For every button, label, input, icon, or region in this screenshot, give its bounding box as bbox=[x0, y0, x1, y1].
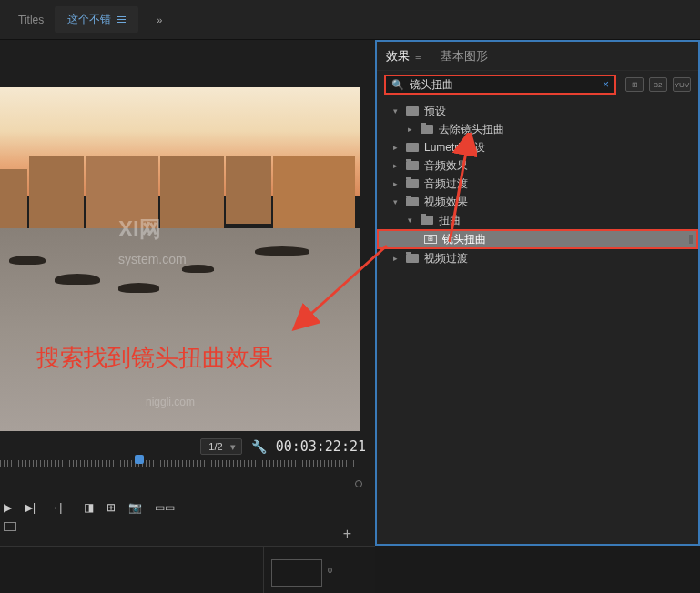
folder-icon bbox=[421, 125, 433, 134]
accelerated-filter-icon[interactable]: ⊞ bbox=[625, 77, 644, 92]
tree-label: 音频过渡 bbox=[424, 176, 468, 192]
preview-viewport[interactable]: XI网 system.com 搜索找到镜头扭曲效果 niggli.com bbox=[0, 87, 360, 431]
tree-remove-lens-distortion[interactable]: ▸ 去除镜头扭曲 bbox=[377, 120, 698, 138]
effect-badge-icon bbox=[689, 235, 693, 244]
main-area: XI网 system.com 搜索找到镜头扭曲效果 niggli.com 1/2… bbox=[0, 40, 700, 546]
tree-audio-effects[interactable]: ▸ 音频效果 bbox=[377, 156, 698, 175]
mark-clip-button[interactable]: ⊞ bbox=[107, 501, 116, 514]
chevron-right-icon: ▸ bbox=[393, 143, 402, 152]
clear-search-icon[interactable]: × bbox=[603, 78, 609, 91]
folder-icon bbox=[421, 216, 433, 225]
tab-titles[interactable]: Titles bbox=[7, 14, 55, 26]
effects-search-box[interactable]: 🔍 × bbox=[384, 75, 616, 95]
folder-icon bbox=[406, 197, 419, 206]
audio-waveform-thumb[interactable] bbox=[271, 559, 322, 587]
safe-margins-icon[interactable] bbox=[4, 522, 16, 531]
tree-label: 音频效果 bbox=[424, 158, 468, 174]
effect-preset-icon: ⊞ bbox=[424, 235, 437, 244]
add-button[interactable]: + bbox=[343, 526, 351, 542]
tree-video-transitions[interactable]: ▸ 视频过渡 bbox=[377, 249, 698, 267]
panel-tab-bar: 效果 基本图形 bbox=[377, 42, 698, 71]
tree-label: 预设 bbox=[424, 104, 446, 119]
preview-controls-bar: 1/2 🔧 00:03:22:21 bbox=[0, 433, 375, 460]
zoom-level-select[interactable]: 1/2 bbox=[200, 438, 241, 455]
tree-audio-transitions[interactable]: ▸ 音频过渡 bbox=[377, 175, 698, 193]
chevron-right-icon: ▸ bbox=[408, 125, 417, 134]
tree-label: Lumetri 预设 bbox=[424, 140, 485, 156]
snapshot-button[interactable]: 📷 bbox=[128, 501, 142, 514]
effect-type-filters: ⊞ 32 YUV bbox=[625, 77, 691, 92]
chevron-right-icon: ▸ bbox=[393, 161, 402, 170]
tree-presets[interactable]: ▾ 预设 bbox=[377, 102, 698, 120]
time-ruler[interactable] bbox=[0, 460, 357, 478]
tree-label: 去除镜头扭曲 bbox=[439, 122, 504, 137]
tree-lumetri-presets[interactable]: ▸ Lumetri 预设 bbox=[377, 138, 698, 156]
ruler-end-marker bbox=[355, 480, 362, 487]
annotation-overlay-text: 搜索找到镜头扭曲效果 bbox=[36, 342, 273, 374]
chevron-right-icon: ▸ bbox=[393, 179, 402, 188]
tab-effects[interactable]: 效果 bbox=[386, 48, 421, 65]
hamburger-icon bbox=[117, 15, 126, 25]
playhead-marker[interactable] bbox=[135, 455, 144, 464]
timeline-left-section bbox=[0, 547, 264, 593]
tree-distort[interactable]: ▾ 扭曲 bbox=[377, 211, 698, 229]
overflow-chevrons-icon[interactable]: » bbox=[157, 15, 162, 25]
folder-icon bbox=[406, 179, 419, 188]
tab-workspace-active[interactable]: 这个不错 bbox=[55, 6, 138, 33]
export-frame-button[interactable]: ▭▭ bbox=[155, 501, 175, 514]
effects-search-row: 🔍 × ⊞ 32 YUV bbox=[377, 71, 698, 98]
timeline-panel bbox=[0, 546, 375, 593]
effects-search-input[interactable] bbox=[410, 78, 603, 91]
tree-lens-distortion-effect[interactable]: ⊞ 镜头扭曲 bbox=[377, 229, 698, 249]
settings-wrench-icon[interactable]: 🔧 bbox=[251, 439, 267, 454]
effects-panel: 效果 基本图形 🔍 × ⊞ 32 YUV ▾ 预设 ▸ bbox=[375, 40, 700, 546]
chevron-right-icon: ▸ bbox=[393, 254, 402, 263]
ruler-ticks bbox=[0, 460, 357, 467]
tree-label: 视频过渡 bbox=[424, 251, 468, 266]
goto-next-button[interactable]: →| bbox=[48, 501, 62, 514]
tab-active-label: 这个不错 bbox=[67, 12, 111, 27]
folder-icon bbox=[406, 161, 419, 170]
watermark-text: XI网 system.com bbox=[118, 215, 187, 269]
step-forward-button[interactable]: ▶| bbox=[25, 501, 36, 514]
tree-label: 扭曲 bbox=[439, 213, 461, 228]
folder-icon bbox=[406, 254, 419, 263]
effects-tree: ▾ 预设 ▸ 去除镜头扭曲 ▸ Lumetri 预设 ▸ 音频效果 ▸ bbox=[377, 98, 698, 271]
tab-essential-graphics[interactable]: 基本图形 bbox=[441, 48, 488, 65]
32bit-filter-icon[interactable]: 32 bbox=[649, 77, 667, 92]
yuv-filter-icon[interactable]: YUV bbox=[673, 77, 691, 92]
timecode-display[interactable]: 00:03:22:21 bbox=[276, 438, 366, 455]
timeline-right-section bbox=[264, 547, 375, 593]
chevron-down-icon: ▾ bbox=[393, 197, 402, 206]
tree-label: 镜头扭曲 bbox=[442, 232, 486, 247]
chevron-down-icon: ▾ bbox=[408, 216, 417, 225]
transport-controls: ▶ ▶| →| ◨ ⊞ 📷 ▭▭ bbox=[0, 491, 375, 524]
chevron-down-icon: ▾ bbox=[393, 106, 402, 116]
presets-icon bbox=[406, 143, 419, 152]
presets-icon bbox=[406, 106, 419, 116]
tree-label: 视频效果 bbox=[424, 195, 468, 210]
mark-in-button[interactable]: ◨ bbox=[84, 501, 94, 514]
play-button[interactable]: ▶ bbox=[4, 501, 12, 514]
program-monitor-panel: XI网 system.com 搜索找到镜头扭曲效果 niggli.com 1/2… bbox=[0, 40, 375, 546]
search-icon: 🔍 bbox=[391, 79, 404, 91]
source-watermark: niggli.com bbox=[146, 396, 195, 408]
tree-video-effects[interactable]: ▾ 视频效果 bbox=[377, 193, 698, 211]
top-menu-bar: Titles 这个不错 » bbox=[0, 0, 700, 40]
